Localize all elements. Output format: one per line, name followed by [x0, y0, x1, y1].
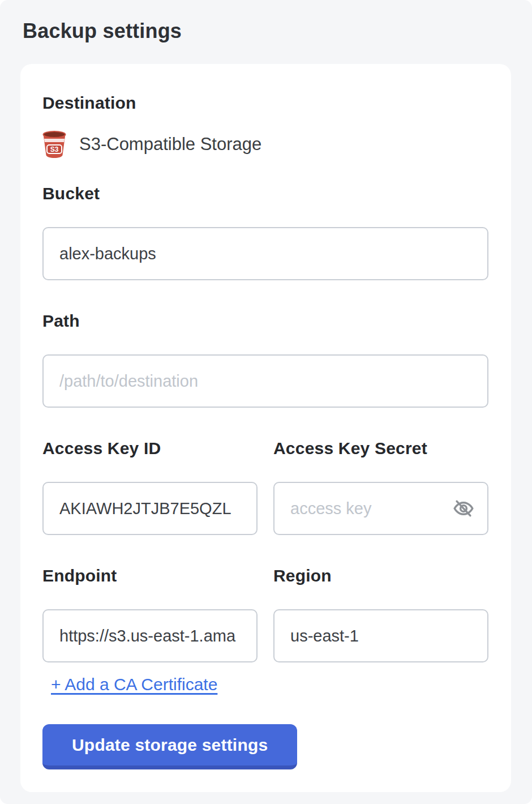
- access-key-id-input[interactable]: [42, 482, 258, 535]
- bucket-input[interactable]: [42, 227, 488, 280]
- toggle-secret-visibility-button[interactable]: [452, 497, 475, 520]
- backup-settings-card: Destination S3 S3-Compatible Storage Buc…: [20, 64, 511, 792]
- access-key-secret-label: Access Key Secret: [273, 439, 488, 458]
- endpoint-label: Endpoint: [42, 566, 258, 585]
- destination-label: Destination: [42, 93, 488, 113]
- submit-row: Update storage settings: [42, 694, 488, 769]
- access-key-id-label: Access Key ID: [42, 439, 258, 458]
- endpoint-region-labels-row: Endpoint Region: [42, 566, 488, 609]
- access-key-inputs-row: [42, 482, 488, 535]
- eye-off-icon: [453, 498, 474, 519]
- update-storage-settings-button[interactable]: Update storage settings: [42, 724, 297, 769]
- backup-settings-page: Backup settings Destination S3 S3-Compat…: [0, 0, 532, 804]
- add-ca-certificate-link[interactable]: + Add a CA Certificate: [51, 675, 217, 694]
- access-key-labels-row: Access Key ID Access Key Secret: [42, 439, 488, 482]
- access-key-secret-wrap: [273, 482, 488, 535]
- destination-row: S3 S3-Compatible Storage: [42, 131, 488, 158]
- bucket-field: Bucket: [42, 184, 488, 280]
- path-field: Path: [42, 311, 488, 408]
- s3-bucket-icon: S3: [42, 131, 66, 158]
- region-input[interactable]: [273, 609, 488, 662]
- svg-text:S3: S3: [50, 146, 59, 153]
- page-title: Backup settings: [0, 0, 532, 43]
- region-label: Region: [273, 566, 488, 585]
- endpoint-region-inputs-row: [42, 609, 488, 662]
- path-input[interactable]: [42, 354, 488, 408]
- path-label: Path: [42, 311, 488, 331]
- destination-value: S3-Compatible Storage: [79, 134, 261, 155]
- bucket-label: Bucket: [42, 184, 488, 203]
- endpoint-input[interactable]: [42, 609, 258, 662]
